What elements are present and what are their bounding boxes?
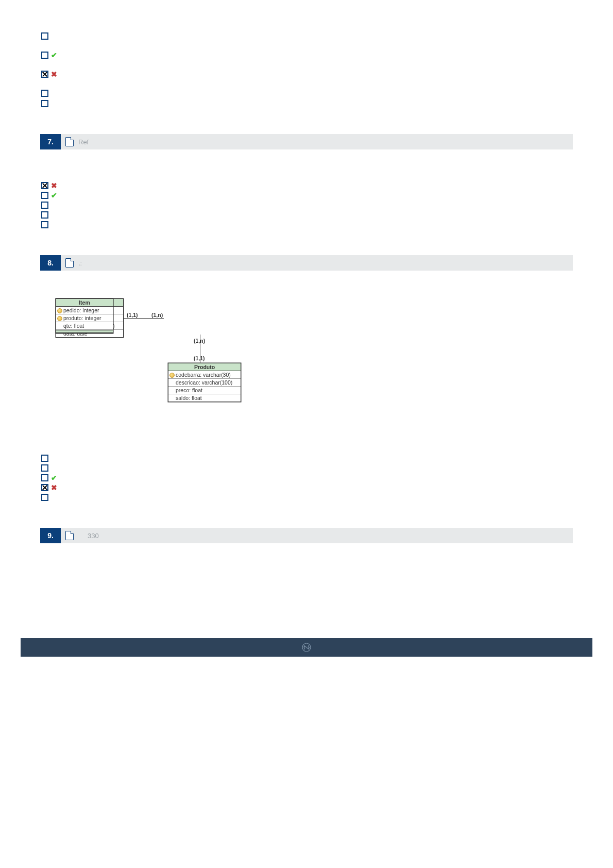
answer-option: [41, 453, 573, 463]
checkbox-icon: [41, 474, 48, 481]
entity-title: Produto: [168, 363, 241, 371]
cardinality-label: (1,1): [127, 312, 138, 318]
checkbox-checked-icon: [41, 182, 48, 189]
checkbox-icon: [41, 221, 48, 228]
checkbox-icon: [41, 192, 48, 199]
entity-field: saldo: float: [168, 394, 241, 402]
checkbox-icon: [41, 32, 48, 40]
checkbox-icon: [41, 100, 48, 107]
question-text: .:: [78, 259, 82, 267]
checkbox-checked-icon: [41, 71, 48, 78]
answers-block-b: ✖ ✔: [41, 180, 573, 229]
entity-field: qte: float: [56, 322, 113, 330]
check-icon: ✔: [50, 474, 58, 481]
answer-option: [41, 210, 573, 220]
checkbox-checked-icon: [41, 484, 48, 491]
question-number: 9.: [40, 528, 61, 543]
answer-option: [41, 492, 573, 502]
answer-option: ✖: [41, 482, 573, 492]
answer-option: [41, 88, 573, 98]
answer-option: [41, 31, 573, 41]
checkbox-icon: [41, 494, 48, 501]
brain-icon: [300, 641, 313, 654]
question-bar-9: 9. 330: [40, 528, 573, 543]
document-icon: [64, 531, 75, 540]
answer-option: ✖: [41, 180, 573, 190]
entity-item: Item pedido: integer produto: integer qt…: [56, 298, 113, 333]
entity-field: pedido: integer: [56, 307, 113, 314]
cross-icon: ✖: [50, 484, 58, 491]
check-icon: ✔: [50, 192, 58, 199]
answer-option: ✔: [41, 190, 573, 200]
checkbox-icon: [41, 90, 48, 97]
answer-option: [41, 98, 573, 108]
answers-block-c: ✔ ✖: [41, 453, 573, 502]
document-icon: [64, 137, 75, 146]
answer-option: [41, 220, 573, 229]
answer-option: ✔: [41, 473, 573, 482]
page-footer: [21, 638, 592, 657]
entity-field: codebarra: varchar(30): [168, 371, 241, 379]
entity-field: preco: float: [168, 387, 241, 394]
entity-field: produto: integer: [56, 314, 113, 322]
answer-option: [41, 200, 573, 210]
er-diagram: Pedido numero: serial cliente: integer v…: [56, 298, 246, 417]
question-text: Ref: [78, 138, 89, 146]
checkbox-icon: [41, 211, 48, 219]
cardinality-label: (1,n): [151, 312, 163, 318]
question-text: 330: [88, 532, 99, 540]
entity-field: descricao: varchar(100): [168, 379, 241, 387]
answer-option: ✔: [41, 50, 573, 60]
checkbox-icon: [41, 464, 48, 472]
question-bar-8: 8. .:: [40, 255, 573, 271]
checkbox-icon: [41, 52, 48, 59]
checkbox-icon: [41, 455, 48, 462]
question-number: 8.: [40, 255, 61, 271]
cross-icon: ✖: [50, 182, 58, 189]
entity-produto: Produto codebarra: varchar(30) descricao…: [168, 363, 241, 402]
check-icon: ✔: [50, 52, 58, 59]
question-bar-7: 7. Ref: [40, 134, 573, 149]
cross-icon: ✖: [50, 71, 58, 78]
answers-block-a: ✔ ✖: [41, 31, 573, 108]
answer-option: ✖: [41, 69, 573, 79]
question-number: 7.: [40, 134, 61, 149]
cardinality-label: (1,n): [194, 338, 205, 344]
cardinality-label: (1,1): [194, 355, 205, 361]
answer-option: [41, 463, 573, 473]
entity-title: Item: [56, 299, 113, 307]
checkbox-icon: [41, 202, 48, 209]
document-icon: [64, 258, 75, 268]
